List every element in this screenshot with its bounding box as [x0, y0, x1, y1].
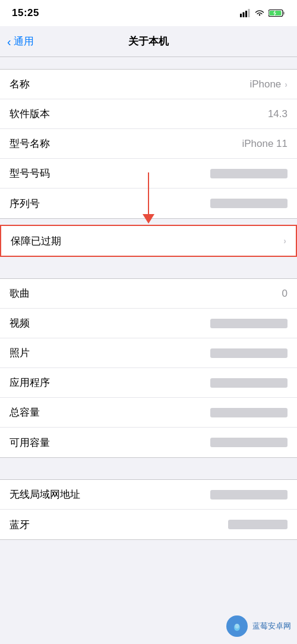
- wifi-address-value: [210, 490, 287, 500]
- photos-row: 照片: [0, 338, 297, 368]
- wifi-icon: [254, 9, 265, 17]
- watermark-text: 蓝莓安卓网: [252, 621, 291, 632]
- warranty-label: 保障已过期: [11, 234, 61, 248]
- red-arrow-line: [148, 172, 149, 214]
- signal-icon: [240, 9, 251, 17]
- wifi-address-label: 无线局域网地址: [10, 488, 80, 501]
- nav-title: 关于本机: [128, 34, 169, 48]
- apps-value: [210, 378, 287, 388]
- svg-point-9: [235, 624, 239, 629]
- model-name-label: 型号名称: [10, 137, 50, 150]
- songs-label: 歌曲: [10, 287, 30, 300]
- serial-number-label: 序列号: [10, 197, 40, 211]
- bluetooth-value: [228, 520, 287, 529]
- bluetooth-row: 蓝牙: [0, 510, 297, 539]
- bluetooth-label: 蓝牙: [10, 518, 30, 532]
- videos-row: 视频: [0, 309, 297, 338]
- software-version-label: 软件版本: [10, 107, 50, 121]
- watermark-logo-icon: [230, 620, 244, 633]
- available-capacity-row: 可用容量: [0, 428, 297, 457]
- total-capacity-value: [210, 408, 287, 417]
- red-arrow-head: [143, 214, 154, 224]
- bottom-filler: [0, 540, 297, 576]
- videos-label: 视频: [10, 316, 30, 330]
- name-value-text: iPhone: [249, 78, 281, 90]
- photos-blurred: [210, 348, 287, 358]
- model-name-row: 型号名称 iPhone 11: [0, 129, 297, 159]
- apps-row: 应用程序: [0, 368, 297, 398]
- bluetooth-blurred: [228, 520, 287, 529]
- videos-blurred: [210, 319, 287, 328]
- available-capacity-label: 可用容量: [10, 436, 50, 450]
- songs-value: 0: [282, 288, 287, 300]
- software-version-row: 软件版本 14.3: [0, 99, 297, 129]
- total-capacity-row: 总容量: [0, 398, 297, 428]
- warranty-highlight-box: 保障已过期 ›: [0, 225, 297, 257]
- status-icons: [240, 9, 285, 17]
- watermark-logo: [226, 615, 248, 637]
- available-capacity-value: [210, 438, 287, 447]
- model-number-label: 型号号码: [10, 167, 50, 180]
- name-chevron-icon: ›: [285, 80, 287, 89]
- svg-rect-1: [243, 12, 245, 18]
- model-number-value: [210, 169, 287, 178]
- status-bar: 15:25: [0, 0, 297, 26]
- status-time: 15:25: [12, 7, 39, 19]
- top-spacer: [0, 57, 297, 69]
- songs-row: 歌曲 0: [0, 279, 297, 309]
- apps-label: 应用程序: [10, 376, 50, 389]
- warranty-chevron-container: ›: [283, 236, 286, 246]
- name-value: iPhone ›: [249, 78, 287, 90]
- media-section: 歌曲 0 视频 照片 应用程序 总容量 可用容量: [0, 278, 297, 458]
- photos-label: 照片: [10, 346, 30, 360]
- warranty-section: 保障已过期 ›: [0, 225, 297, 257]
- songs-count: 0: [282, 288, 287, 300]
- svg-rect-2: [245, 11, 247, 17]
- nav-back-button[interactable]: ‹ 通用: [7, 34, 34, 48]
- model-name-text: iPhone 11: [242, 138, 287, 150]
- warranty-row[interactable]: 保障已过期 ›: [1, 226, 296, 256]
- serial-number-value: [210, 199, 287, 208]
- section-separator-1: [0, 257, 297, 278]
- svg-rect-0: [240, 14, 242, 17]
- back-chevron-icon: ‹: [7, 36, 11, 48]
- model-number-blurred: [210, 169, 287, 178]
- software-version-value: 14.3: [268, 108, 287, 120]
- wifi-address-blurred: [210, 490, 287, 500]
- name-row[interactable]: 名称 iPhone ›: [0, 70, 297, 99]
- svg-rect-5: [283, 12, 285, 15]
- battery-icon: [268, 9, 285, 17]
- photos-value: [210, 348, 287, 358]
- network-section: 无线局域网地址 蓝牙: [0, 479, 297, 540]
- total-capacity-blurred: [210, 408, 287, 417]
- wifi-address-row: 无线局域网地址: [0, 480, 297, 510]
- warranty-chevron-icon: ›: [283, 236, 286, 246]
- name-label: 名称: [10, 77, 30, 91]
- svg-rect-3: [248, 9, 250, 17]
- total-capacity-label: 总容量: [10, 406, 40, 419]
- watermark: 蓝莓安卓网: [226, 615, 291, 637]
- model-name-value: iPhone 11: [242, 138, 287, 150]
- section-separator-2: [0, 458, 297, 479]
- apps-blurred: [210, 378, 287, 388]
- nav-back-label: 通用: [14, 34, 34, 48]
- software-version-text: 14.3: [268, 108, 287, 120]
- red-arrow-container: [143, 172, 154, 224]
- nav-bar: ‹ 通用 关于本机: [0, 26, 297, 57]
- serial-number-blurred: [210, 199, 287, 208]
- available-capacity-blurred: [210, 438, 287, 447]
- videos-value: [210, 319, 287, 328]
